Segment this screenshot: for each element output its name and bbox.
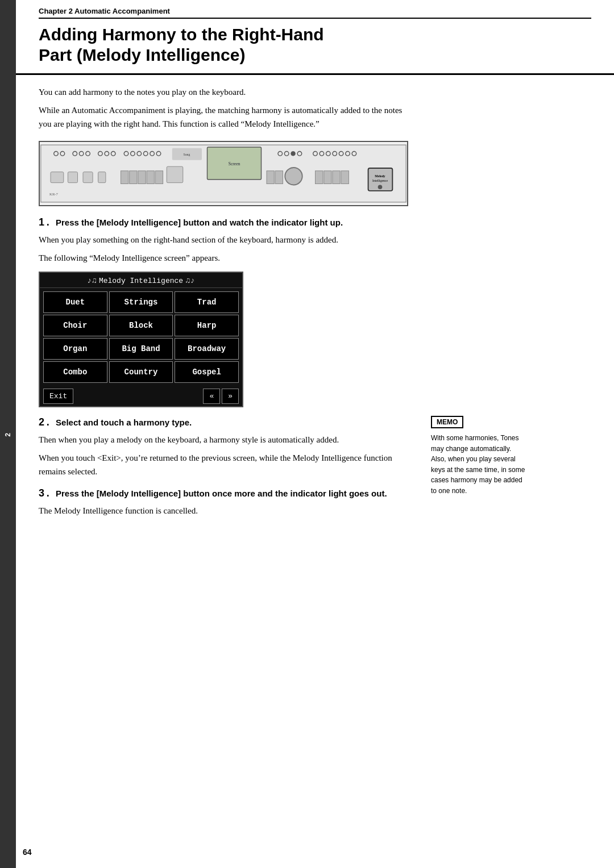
content-row: You can add harmony to the notes you pla… bbox=[16, 75, 614, 549]
svg-rect-39 bbox=[155, 171, 163, 184]
step-2-body1: Then when you play a melody on the keybo… bbox=[39, 433, 408, 446]
svg-rect-38 bbox=[147, 171, 154, 184]
memo-title-text: MEMO bbox=[431, 416, 463, 428]
memo-line-1: may change automatically. bbox=[431, 445, 511, 453]
main-content: Chapter 2 Automatic Accompaniment Adding… bbox=[16, 0, 614, 868]
step-3-body1: The Melody Intelligence function is canc… bbox=[39, 504, 408, 518]
svg-text:Song: Song bbox=[184, 153, 190, 156]
melody-btn-bigband[interactable]: Big Band bbox=[109, 338, 173, 360]
melody-next-button[interactable]: » bbox=[222, 389, 239, 404]
melody-footer: Exit « » bbox=[40, 386, 242, 406]
step-1-number: 1 bbox=[39, 216, 44, 228]
step-2-body2: When you touch <Exit>, you’re returned t… bbox=[39, 451, 408, 478]
svg-rect-46 bbox=[333, 171, 340, 184]
page-title-line1: Adding Harmony to the Right-Hand bbox=[39, 25, 324, 44]
melody-btn-combo[interactable]: Combo bbox=[43, 361, 107, 383]
page-title: Adding Harmony to the Right-Hand Part (M… bbox=[39, 24, 591, 65]
keyboard-image: Song Screen bbox=[39, 141, 408, 206]
melody-btn-organ[interactable]: Organ bbox=[43, 338, 107, 360]
memo-body: With some harmonies, Tones may change au… bbox=[431, 433, 550, 496]
svg-rect-41 bbox=[267, 171, 274, 184]
music-deco-right: ♫♪ bbox=[185, 276, 195, 285]
melody-btn-block[interactable]: Block bbox=[109, 315, 173, 336]
intro-para2: While an Automatic Accompaniment is play… bbox=[39, 103, 408, 131]
svg-point-43 bbox=[285, 168, 302, 185]
chapter-tab-label: 2 bbox=[4, 432, 12, 437]
chapter-header: Chapter 2 Automatic Accompaniment bbox=[16, 0, 614, 15]
memo-line-2: Also, when you play several bbox=[431, 455, 516, 463]
step-2-title: Select and touch a harmony type. bbox=[56, 418, 192, 427]
step-1-body: When you play something on the right-han… bbox=[39, 233, 408, 265]
melody-exit-button[interactable]: Exit bbox=[43, 389, 73, 404]
step-1-title: Press the [Melody Intelligence] button a… bbox=[56, 218, 343, 227]
memo-line-5: to one note. bbox=[431, 487, 467, 495]
svg-rect-45 bbox=[324, 171, 331, 184]
svg-rect-35 bbox=[121, 171, 128, 184]
svg-rect-33 bbox=[83, 172, 93, 183]
music-deco-left: ♪♫ bbox=[87, 276, 97, 285]
svg-rect-42 bbox=[275, 171, 283, 184]
step-3-body: The Melody Intelligence function is canc… bbox=[39, 504, 408, 518]
memo-box: MEMO With some harmonies, Tones may chan… bbox=[431, 416, 550, 496]
step-2-number: 2 bbox=[39, 416, 44, 428]
melody-btn-broadway[interactable]: Broadway bbox=[175, 338, 239, 360]
melody-intelligence-screen: ♪♫ Melody Intelligence ♫♪ Duet Strings T… bbox=[39, 272, 243, 407]
svg-text:Melody: Melody bbox=[375, 174, 385, 178]
step-3-title-pre: Press the [Melody Intelligence] button o… bbox=[56, 489, 349, 498]
svg-rect-31 bbox=[51, 172, 64, 183]
melody-btn-country[interactable]: Country bbox=[109, 361, 173, 383]
step-3-sub-bold: goes out. bbox=[349, 489, 387, 498]
right-column: MEMO With some harmonies, Tones may chan… bbox=[425, 75, 562, 549]
melody-prev-button[interactable]: « bbox=[203, 389, 220, 404]
page-title-section: Adding Harmony to the Right-Hand Part (M… bbox=[16, 19, 614, 75]
svg-rect-32 bbox=[68, 172, 77, 183]
memo-line-0: With some harmonies, Tones bbox=[431, 434, 519, 442]
melody-btn-choir[interactable]: Choir bbox=[43, 315, 107, 336]
memo-title: MEMO bbox=[431, 416, 550, 428]
svg-rect-47 bbox=[341, 171, 349, 184]
melody-btn-harp[interactable]: Harp bbox=[175, 315, 239, 336]
keyboard-svg: Song Screen bbox=[40, 142, 407, 205]
memo-line-3: keys at the same time, in some bbox=[431, 466, 525, 474]
page-number: 64 bbox=[23, 848, 32, 857]
page-footer: 64 bbox=[23, 848, 32, 857]
melody-btn-trad[interactable]: Trad bbox=[175, 291, 239, 313]
svg-rect-44 bbox=[316, 171, 323, 184]
melody-screen-title: Melody Intelligence bbox=[99, 277, 183, 285]
step-2-body: Then when you play a melody on the keybo… bbox=[39, 433, 408, 478]
svg-point-22 bbox=[291, 152, 296, 156]
svg-rect-34 bbox=[98, 172, 106, 183]
memo-spacer: MEMO With some harmonies, Tones may chan… bbox=[431, 416, 550, 496]
intro-para1: You can add harmony to the notes you pla… bbox=[39, 85, 408, 99]
svg-point-51 bbox=[378, 185, 383, 189]
step-1-body2: The following “Melody Intelligence scree… bbox=[39, 251, 408, 265]
svg-rect-36 bbox=[130, 171, 137, 184]
melody-nav: « » bbox=[203, 389, 239, 404]
intro-text: You can add harmony to the notes you pla… bbox=[39, 85, 408, 131]
left-column: You can add harmony to the notes you pla… bbox=[16, 75, 425, 549]
melody-btn-strings[interactable]: Strings bbox=[109, 291, 173, 313]
step-1-section: 1 . Press the [Melody Intelligence] butt… bbox=[39, 216, 408, 407]
svg-rect-37 bbox=[138, 171, 146, 184]
page-wrapper: 2 Chapter 2 Automatic Accompaniment Addi… bbox=[0, 0, 614, 868]
step-3-number: 3 bbox=[39, 487, 44, 499]
svg-text:Intelligence: Intelligence bbox=[372, 179, 388, 182]
melody-grid: Duet Strings Trad Choir Block Harp Organ… bbox=[40, 288, 242, 386]
step-2-section: 2 . Select and touch a harmony type. The… bbox=[39, 416, 408, 478]
svg-rect-40 bbox=[167, 166, 183, 183]
melody-screen-header: ♪♫ Melody Intelligence ♫♪ bbox=[40, 273, 242, 288]
step-1-body1: When you play something on the right-han… bbox=[39, 233, 408, 247]
melody-btn-gospel[interactable]: Gospel bbox=[175, 361, 239, 383]
melody-btn-duet[interactable]: Duet bbox=[43, 291, 107, 313]
memo-line-4: cases harmony may be added bbox=[431, 476, 522, 484]
svg-text:KR-7: KR-7 bbox=[49, 192, 58, 196]
page-title-line2: Part (Melody Intelligence) bbox=[39, 45, 245, 64]
chapter-tab: 2 bbox=[0, 0, 16, 868]
svg-text:Screen: Screen bbox=[229, 161, 240, 166]
step-3-section: 3 . Press the [Melody Intelligence] butt… bbox=[39, 487, 408, 518]
